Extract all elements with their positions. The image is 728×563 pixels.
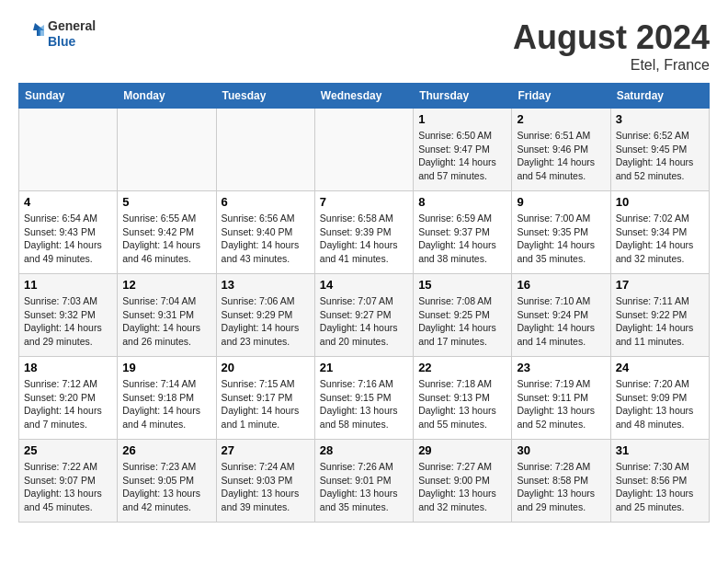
weekday-header-thursday: Thursday <box>414 84 512 109</box>
calendar-week-row: 4Sunrise: 6:54 AM Sunset: 9:43 PM Daylig… <box>19 191 710 274</box>
svg-marker-1 <box>39 25 44 36</box>
calendar-cell: 15Sunrise: 7:08 AM Sunset: 9:25 PM Dayli… <box>414 274 512 357</box>
calendar-cell: 1Sunrise: 6:50 AM Sunset: 9:47 PM Daylig… <box>414 109 512 191</box>
day-info: Sunrise: 7:18 AM Sunset: 9:13 PM Dayligh… <box>418 377 506 431</box>
day-info: Sunrise: 7:07 AM Sunset: 9:27 PM Dayligh… <box>320 294 408 349</box>
calendar-cell: 29Sunrise: 7:27 AM Sunset: 9:00 PM Dayli… <box>414 440 512 523</box>
logo-bird-icon <box>18 21 44 47</box>
day-info: Sunrise: 6:58 AM Sunset: 9:39 PM Dayligh… <box>320 212 408 266</box>
calendar-cell: 17Sunrise: 7:11 AM Sunset: 9:22 PM Dayli… <box>610 274 709 357</box>
day-number: 23 <box>517 361 605 374</box>
day-number: 22 <box>418 361 506 374</box>
calendar-cell: 31Sunrise: 7:30 AM Sunset: 8:56 PM Dayli… <box>610 440 709 523</box>
day-info: Sunrise: 7:12 AM Sunset: 9:20 PM Dayligh… <box>24 377 112 431</box>
day-info: Sunrise: 7:00 AM Sunset: 9:35 PM Dayligh… <box>517 212 605 266</box>
calendar-cell <box>216 109 314 191</box>
day-number: 29 <box>418 443 506 457</box>
day-info: Sunrise: 7:15 AM Sunset: 9:17 PM Dayligh… <box>222 377 310 431</box>
weekday-header-sunday: Sunday <box>19 84 118 109</box>
calendar-week-row: 25Sunrise: 7:22 AM Sunset: 9:07 PM Dayli… <box>19 440 710 523</box>
day-info: Sunrise: 7:14 AM Sunset: 9:18 PM Dayligh… <box>122 377 210 431</box>
logo: General Blue <box>18 18 96 50</box>
calendar-cell: 2Sunrise: 6:51 AM Sunset: 9:46 PM Daylig… <box>512 109 610 191</box>
day-number: 10 <box>616 195 704 209</box>
calendar-cell: 14Sunrise: 7:07 AM Sunset: 9:27 PM Dayli… <box>314 274 413 357</box>
weekday-header-friday: Friday <box>512 84 610 109</box>
calendar-week-row: 18Sunrise: 7:12 AM Sunset: 9:20 PM Dayli… <box>19 357 710 440</box>
day-number: 3 <box>616 112 704 126</box>
calendar-cell: 10Sunrise: 7:02 AM Sunset: 9:34 PM Dayli… <box>610 191 709 274</box>
calendar-cell: 25Sunrise: 7:22 AM Sunset: 9:07 PM Dayli… <box>19 440 118 523</box>
weekday-header-saturday: Saturday <box>610 84 709 109</box>
day-number: 8 <box>418 195 506 209</box>
calendar-cell: 27Sunrise: 7:24 AM Sunset: 9:03 PM Dayli… <box>216 440 314 523</box>
weekday-header-row: SundayMondayTuesdayWednesdayThursdayFrid… <box>19 84 710 109</box>
day-number: 12 <box>122 278 210 292</box>
day-info: Sunrise: 7:03 AM Sunset: 9:32 PM Dayligh… <box>24 294 112 349</box>
calendar-cell: 5Sunrise: 6:55 AM Sunset: 9:42 PM Daylig… <box>118 191 216 274</box>
day-number: 21 <box>320 361 408 374</box>
day-number: 14 <box>320 278 408 292</box>
day-number: 18 <box>24 361 112 374</box>
day-info: Sunrise: 7:19 AM Sunset: 9:11 PM Dayligh… <box>517 377 605 431</box>
weekday-header-monday: Monday <box>118 84 216 109</box>
day-info: Sunrise: 7:08 AM Sunset: 9:25 PM Dayligh… <box>418 294 506 349</box>
month-year: August 2024 <box>513 18 710 57</box>
day-info: Sunrise: 7:02 AM Sunset: 9:34 PM Dayligh… <box>616 212 704 266</box>
day-info: Sunrise: 7:04 AM Sunset: 9:31 PM Dayligh… <box>122 294 210 349</box>
day-number: 26 <box>122 443 210 457</box>
calendar-cell: 9Sunrise: 7:00 AM Sunset: 9:35 PM Daylig… <box>512 191 610 274</box>
day-number: 27 <box>222 443 310 457</box>
weekday-header-tuesday: Tuesday <box>216 84 314 109</box>
day-number: 19 <box>122 361 210 374</box>
calendar-cell: 26Sunrise: 7:23 AM Sunset: 9:05 PM Dayli… <box>118 440 216 523</box>
day-info: Sunrise: 7:10 AM Sunset: 9:24 PM Dayligh… <box>517 294 605 349</box>
day-info: Sunrise: 7:28 AM Sunset: 8:58 PM Dayligh… <box>517 460 605 514</box>
calendar-cell: 16Sunrise: 7:10 AM Sunset: 9:24 PM Dayli… <box>512 274 610 357</box>
day-number: 24 <box>616 361 704 374</box>
day-number: 20 <box>222 361 310 374</box>
day-number: 5 <box>122 195 210 209</box>
day-number: 7 <box>320 195 408 209</box>
title-block: August 2024 Etel, France <box>513 18 710 74</box>
day-number: 30 <box>517 443 605 457</box>
calendar-cell: 4Sunrise: 6:54 AM Sunset: 9:43 PM Daylig… <box>19 191 118 274</box>
day-number: 1 <box>418 112 506 126</box>
calendar-cell: 11Sunrise: 7:03 AM Sunset: 9:32 PM Dayli… <box>19 274 118 357</box>
day-info: Sunrise: 7:24 AM Sunset: 9:03 PM Dayligh… <box>222 460 310 514</box>
day-info: Sunrise: 7:20 AM Sunset: 9:09 PM Dayligh… <box>616 377 704 431</box>
calendar-cell: 8Sunrise: 6:59 AM Sunset: 9:37 PM Daylig… <box>414 191 512 274</box>
day-number: 17 <box>616 278 704 292</box>
calendar-cell: 28Sunrise: 7:26 AM Sunset: 9:01 PM Dayli… <box>314 440 413 523</box>
calendar-cell: 23Sunrise: 7:19 AM Sunset: 9:11 PM Dayli… <box>512 357 610 440</box>
calendar-cell <box>19 109 118 191</box>
location: Etel, France <box>513 57 710 74</box>
calendar-cell: 18Sunrise: 7:12 AM Sunset: 9:20 PM Dayli… <box>19 357 118 440</box>
day-info: Sunrise: 6:50 AM Sunset: 9:47 PM Dayligh… <box>418 129 506 183</box>
day-number: 31 <box>616 443 704 457</box>
page-header: General Blue August 2024 Etel, France <box>18 18 710 74</box>
day-info: Sunrise: 6:52 AM Sunset: 9:45 PM Dayligh… <box>616 129 704 183</box>
calendar-cell: 7Sunrise: 6:58 AM Sunset: 9:39 PM Daylig… <box>314 191 413 274</box>
day-info: Sunrise: 7:06 AM Sunset: 9:29 PM Dayligh… <box>222 294 310 349</box>
day-info: Sunrise: 7:11 AM Sunset: 9:22 PM Dayligh… <box>616 294 704 349</box>
calendar-week-row: 11Sunrise: 7:03 AM Sunset: 9:32 PM Dayli… <box>19 274 710 357</box>
day-info: Sunrise: 7:16 AM Sunset: 9:15 PM Dayligh… <box>320 377 408 431</box>
weekday-header-wednesday: Wednesday <box>314 84 413 109</box>
day-info: Sunrise: 6:54 AM Sunset: 9:43 PM Dayligh… <box>24 212 112 266</box>
day-info: Sunrise: 7:26 AM Sunset: 9:01 PM Dayligh… <box>320 460 408 514</box>
day-number: 13 <box>222 278 310 292</box>
calendar-cell: 19Sunrise: 7:14 AM Sunset: 9:18 PM Dayli… <box>118 357 216 440</box>
day-info: Sunrise: 6:59 AM Sunset: 9:37 PM Dayligh… <box>418 212 506 266</box>
calendar-cell: 13Sunrise: 7:06 AM Sunset: 9:29 PM Dayli… <box>216 274 314 357</box>
day-info: Sunrise: 6:55 AM Sunset: 9:42 PM Dayligh… <box>122 212 210 266</box>
calendar-week-row: 1Sunrise: 6:50 AM Sunset: 9:47 PM Daylig… <box>19 109 710 191</box>
day-number: 11 <box>24 278 112 292</box>
calendar-cell <box>118 109 216 191</box>
calendar-cell: 20Sunrise: 7:15 AM Sunset: 9:17 PM Dayli… <box>216 357 314 440</box>
calendar-cell: 24Sunrise: 7:20 AM Sunset: 9:09 PM Dayli… <box>610 357 709 440</box>
calendar-cell: 12Sunrise: 7:04 AM Sunset: 9:31 PM Dayli… <box>118 274 216 357</box>
day-number: 4 <box>24 195 112 209</box>
day-number: 9 <box>517 195 605 209</box>
calendar-cell: 6Sunrise: 6:56 AM Sunset: 9:40 PM Daylig… <box>216 191 314 274</box>
